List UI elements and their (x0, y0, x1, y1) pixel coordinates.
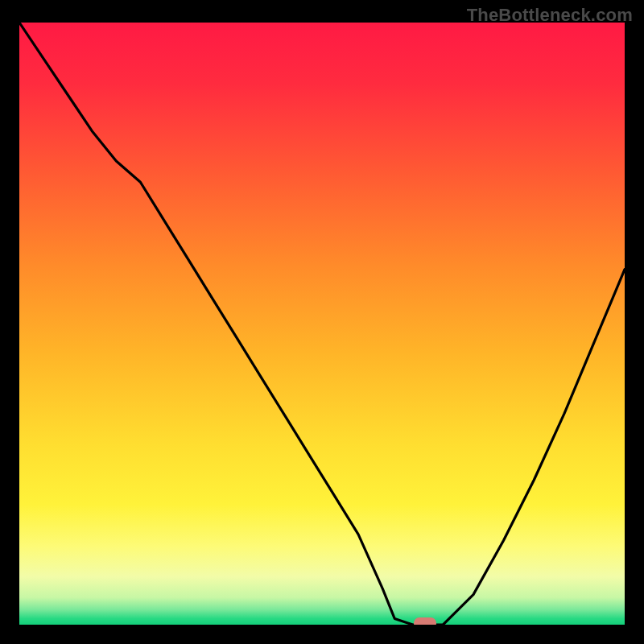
chart-frame: TheBottleneck.com (0, 0, 644, 644)
optimal-marker (414, 617, 436, 625)
gradient-background (19, 23, 625, 625)
plot-area (19, 23, 625, 625)
watermark-text: TheBottleneck.com (467, 5, 633, 26)
chart-svg (19, 23, 625, 625)
